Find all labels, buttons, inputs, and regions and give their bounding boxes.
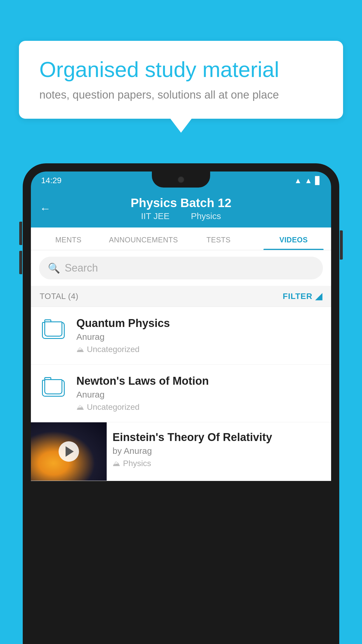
header-subtitle: IIT JEE Physics xyxy=(138,211,224,221)
battery-icon: ▊ xyxy=(315,176,321,185)
folder-front xyxy=(44,321,62,337)
volume-down-button xyxy=(19,251,22,274)
video-title-2: Newton's Laws of Motion xyxy=(76,375,323,387)
thumb-bg xyxy=(31,422,107,481)
folder-icon-wrap-2 xyxy=(39,375,68,397)
signal-icon: ▲ xyxy=(305,176,312,185)
filter-icon: ◢ xyxy=(315,291,322,301)
folder-front-2 xyxy=(44,379,62,394)
wifi-icon: ▲ xyxy=(294,176,302,185)
video-info: Quantum Physics Anurag ⛰ Uncategorized xyxy=(76,317,323,354)
video-title-3: Einstein's Theory Of Relativity xyxy=(113,431,325,444)
phone-outer-shell: 14:29 ▲ ▲ ▊ ← Physics Batch 12 IIT JEE P… xyxy=(23,163,339,644)
tabs-bar: MENTS ANNOUNCEMENTS TESTS VIDEOS xyxy=(31,228,331,250)
subtitle-iitjee: IIT JEE xyxy=(141,211,170,221)
speech-bubble: Organised study material notes, question… xyxy=(19,41,343,119)
tag-icon-2: ⛰ xyxy=(76,403,84,412)
search-icon: 🔍 xyxy=(48,262,60,274)
phone-screen: 14:29 ▲ ▲ ▊ ← Physics Batch 12 IIT JEE P… xyxy=(31,172,331,644)
subtitle-physics: Physics xyxy=(191,211,221,221)
tab-announcements[interactable]: ANNOUNCEMENTS xyxy=(106,228,181,250)
tag-label: Uncategorized xyxy=(87,345,140,354)
total-count-label: TOTAL (4) xyxy=(40,292,78,301)
app-header: ← Physics Batch 12 IIT JEE Physics xyxy=(31,190,331,228)
video-info-3: Einstein's Theory Of Relativity by Anura… xyxy=(107,422,331,477)
promo-section: Organised study material notes, question… xyxy=(19,41,343,119)
search-bar-wrap: 🔍 Search xyxy=(31,250,331,286)
tab-ments[interactable]: MENTS xyxy=(31,228,106,250)
subtitle-separator xyxy=(178,211,183,221)
video-title: Quantum Physics xyxy=(76,317,323,330)
phone-notch xyxy=(152,172,210,188)
tab-videos[interactable]: VIDEOS xyxy=(256,228,331,250)
video-item-quantum[interactable]: Quantum Physics Anurag ⛰ Uncategorized xyxy=(31,307,331,365)
video-item-einstein[interactable]: Einstein's Theory Of Relativity by Anura… xyxy=(31,422,331,481)
video-tag-2: ⛰ Uncategorized xyxy=(76,402,323,412)
volume-up-button xyxy=(19,222,22,245)
video-author: Anurag xyxy=(76,332,323,342)
play-triangle-icon xyxy=(66,446,74,457)
folder-icon-2 xyxy=(42,376,65,397)
video-info-2: Newton's Laws of Motion Anurag ⛰ Uncateg… xyxy=(76,375,323,412)
phone-mockup: 14:29 ▲ ▲ ▊ ← Physics Batch 12 IIT JEE P… xyxy=(23,163,339,644)
back-button[interactable]: ← xyxy=(40,202,51,215)
filter-button[interactable]: FILTER ◢ xyxy=(283,291,322,301)
promo-subtext: notes, question papers, solutions all at… xyxy=(39,89,323,101)
header-title: Physics Batch 12 xyxy=(131,196,231,210)
power-button xyxy=(340,230,343,260)
video-list: Quantum Physics Anurag ⛰ Uncategorized xyxy=(31,307,331,481)
filter-label: FILTER xyxy=(283,292,312,301)
promo-headline: Organised study material xyxy=(39,57,323,83)
tag-label-3: Physics xyxy=(123,459,151,468)
video-thumbnail xyxy=(31,422,107,481)
video-tag-3: ⛰ Physics xyxy=(113,459,325,468)
tab-tests[interactable]: TESTS xyxy=(181,228,256,250)
tag-icon-3: ⛰ xyxy=(113,459,120,468)
folder-icon-wrap xyxy=(39,317,68,339)
play-button[interactable] xyxy=(59,441,79,462)
status-time: 14:29 xyxy=(41,176,61,185)
tag-icon: ⛰ xyxy=(76,345,84,354)
video-author-3: by Anurag xyxy=(113,446,325,456)
filter-bar: TOTAL (4) FILTER ◢ xyxy=(31,286,331,307)
search-input[interactable]: Search xyxy=(65,262,98,274)
front-camera xyxy=(178,176,184,183)
video-author-2: Anurag xyxy=(76,390,323,400)
search-bar[interactable]: 🔍 Search xyxy=(39,257,323,279)
status-icons: ▲ ▲ ▊ xyxy=(294,176,321,185)
tag-label-2: Uncategorized xyxy=(87,402,140,412)
video-item-newton[interactable]: Newton's Laws of Motion Anurag ⛰ Uncateg… xyxy=(31,365,331,422)
folder-icon xyxy=(42,318,65,339)
video-tag: ⛰ Uncategorized xyxy=(76,345,323,354)
